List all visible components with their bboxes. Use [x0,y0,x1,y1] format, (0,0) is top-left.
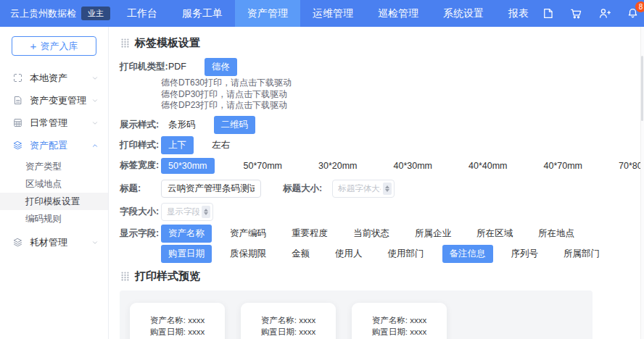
nav-item[interactable]: 报表 [496,0,541,27]
driver-download-link[interactable]: 德佟DP23打印，请点击下载驱动 [161,100,644,112]
app-window: 云上贵州数据检测... 业主 工作台 服务工单 资产管理 运维管理 巡检管理 系… [0,0,644,339]
preview-purchase-date: 购置日期: xxxx [358,326,441,338]
label-width-option[interactable]: 40*70mm [537,158,590,174]
display-field-option[interactable]: 使用人 [328,245,370,263]
chevron-down-icon [91,75,99,82]
nav-item[interactable]: 服务工单 [170,0,235,27]
display-field-option[interactable]: 重要程度 [284,225,335,243]
document-icon[interactable] [541,7,555,20]
display-style-row: 展示样式: 条形码二维码 [120,116,644,135]
sidebar-item-asset-config[interactable]: 资产配置 [0,134,108,156]
sidebar-subitem[interactable]: 区域地点 [0,175,108,193]
field-size-select[interactable]: 显示字段字体 [161,203,213,221]
sidebar-item-asset-change[interactable]: 资产变更管理 [0,89,108,112]
header-actions: 8 [541,4,644,23]
field-size-placeholder: 显示字段字体 [167,206,199,217]
grid-dots-icon [121,38,129,48]
preview-asset-name: 资产名称: xxxx [247,314,330,327]
printer-type-option[interactable]: PDF [161,59,194,75]
label-width-option[interactable]: 40*40mm [461,158,515,174]
label-width-option[interactable]: 50*70mm [236,158,290,174]
chevron-down-icon [91,97,99,104]
display-field-option[interactable]: 备注信息 [442,245,493,263]
top-nav: 工作台 服务工单 资产管理 运维管理 巡检管理 系统设置 报表 [115,0,541,27]
nav-item[interactable]: 巡检管理 [366,0,431,27]
brand-area: 云上贵州数据检测... 业主 [0,7,110,20]
sidebar-subitem[interactable]: 资产类型 [0,158,108,175]
display-style-option[interactable]: 二维码 [214,116,256,134]
label-width-option[interactable]: 70*80mm [611,158,644,174]
display-field-option[interactable]: 所在区域 [469,225,520,243]
sidebar-subitem[interactable]: 编码规则 [0,210,108,227]
label-width-row: 标签宽度: 50*30mm50*70mm30*20mm40*30mm40*40m… [120,156,644,175]
sidebar: + 资产入库 本地资产 资产变更管理 [0,27,109,339]
preview-purchase-date: 购置日期: xxxx [247,326,330,338]
print-style-label: 打印样式: [120,139,161,151]
asset-config-submenu: 资产类型 区域地点 打印模板设置 编码规则 [0,158,108,227]
printer-type-row: 打印机类型: PDF德佟 [120,57,644,76]
top-header: 云上贵州数据检测... 业主 工作台 服务工单 资产管理 运维管理 巡检管理 系… [0,0,644,27]
nav-item[interactable]: 系统设置 [431,0,496,27]
sidebar-item-local-assets[interactable]: 本地资产 [0,67,108,89]
printer-type-option[interactable]: 德佟 [205,58,237,76]
section-header-preview: 打印样式预览 [121,269,644,283]
nav-item[interactable]: 工作台 [115,0,170,27]
display-field-option[interactable]: 金额 [284,245,317,263]
preview-asset-name: 资产名称: xxxx [358,314,441,327]
notification-bell-icon[interactable]: 8 [626,7,640,20]
print-style-option[interactable]: 左右 [205,136,237,154]
display-field-option[interactable]: 使用部门 [381,245,432,263]
display-fields-label: 显示字段: [120,227,161,240]
display-field-option[interactable]: 所属部门 [556,245,607,263]
printer-type-label: 打印机类型: [120,61,161,73]
display-field-option[interactable]: 购置日期 [161,245,212,263]
driver-download-link[interactable]: 德佟DP30打印，请点击下载驱动 [161,89,644,101]
display-field-option[interactable]: 资产名称 [161,225,212,243]
chevron-down-icon [91,239,99,246]
title-label: 标题: [120,183,161,195]
nav-item[interactable]: 资产管理 [235,0,300,27]
driver-download-link[interactable]: 德佟DT630打印，请点击下载驱动 [161,78,644,89]
title-size-select[interactable]: 标题字体大小 [332,180,395,198]
nav-item[interactable]: 运维管理 [300,0,366,27]
chevron-down-icon [91,120,99,127]
display-field-option[interactable]: 所属企业 [408,225,458,243]
stepper-icon [383,183,392,195]
title-input[interactable] [161,180,261,198]
label-width-option[interactable]: 50*30mm [161,158,215,174]
label-width-option[interactable]: 40*30mm [387,158,440,174]
add-asset-button[interactable]: + 资产入库 [12,36,96,56]
display-field-option[interactable]: 质保期限 [223,245,273,263]
brand-title: 云上贵州数据检测... [10,7,76,20]
display-field-option[interactable]: 资产编码 [223,225,273,243]
notification-badge: 8 [635,1,644,12]
section-header-template: 标签模板设置 [121,36,644,50]
role-badge: 业主 [81,7,110,20]
section-title: 打印样式预览 [135,269,200,283]
scrollbar-thumb[interactable] [641,56,643,121]
cart-icon[interactable] [569,7,583,20]
sidebar-subitem[interactable]: 打印模板设置 [0,193,108,210]
section-title: 标签模板设置 [135,36,200,50]
title-size-label: 标题大小: [283,183,322,195]
field-size-label: 字段大小: [120,206,161,218]
calculator-icon [12,117,23,128]
display-style-option[interactable]: 条形码 [161,116,203,134]
preview-card: 资产名称: xxxx 购置日期: xxxx 备注信息: xxxx [130,303,225,339]
sidebar-item-consumables[interactable]: 耗材管理 [0,231,108,254]
preview-asset-name: 资产名称: xxxx [136,314,219,327]
print-style-row: 打印样式: 上下左右 [120,136,644,155]
display-style-options: 条形码二维码 [161,116,255,134]
scrollbar[interactable] [640,27,644,339]
sidebar-item-daily-mgmt[interactable]: 日常管理 [0,112,108,134]
display-fields-options-row2: 购置日期质保期限金额使用人使用部门备注信息序列号所属部门 [161,245,607,263]
add-user-icon[interactable] [598,7,611,20]
sidebar-item-label: 耗材管理 [30,236,67,249]
label-width-option[interactable]: 30*20mm [311,158,365,174]
display-field-option[interactable]: 序列号 [504,245,546,263]
layers-icon [12,140,23,151]
display-field-option[interactable]: 当前状态 [346,225,397,243]
display-field-option[interactable]: 所在地点 [531,225,582,243]
print-style-option[interactable]: 上下 [161,136,194,154]
driver-links: 德佟DT630打印，请点击下载驱动德佟DP30打印，请点击下载驱动德佟DP23打… [161,78,644,112]
